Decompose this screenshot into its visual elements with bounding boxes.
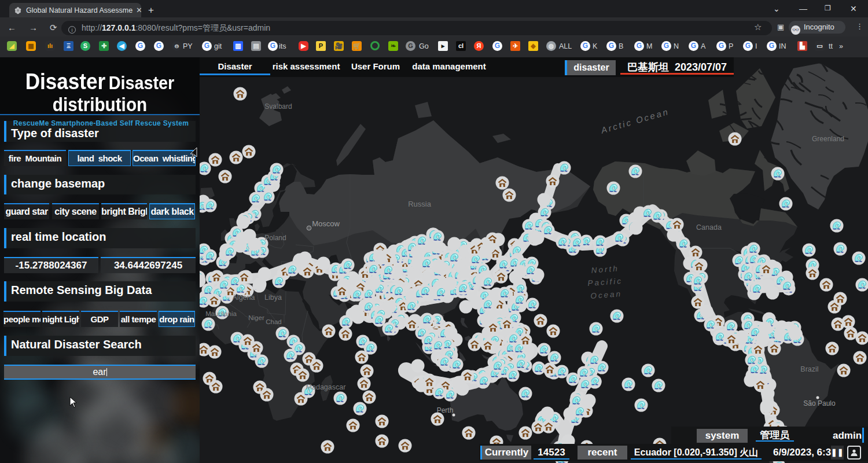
svg-text:Poland: Poland	[264, 234, 286, 242]
svg-text:Greenland: Greenland	[812, 135, 844, 143]
svg-text:Algeria: Algeria	[233, 293, 255, 302]
svg-text:Libya: Libya	[264, 293, 282, 302]
svg-text:São Paulo: São Paulo	[803, 399, 836, 407]
svg-text:Moscow: Moscow	[312, 219, 340, 228]
svg-text:Svalbard: Svalbard	[264, 102, 292, 111]
svg-text:Canada: Canada	[696, 223, 722, 232]
svg-text:Russia: Russia	[408, 200, 432, 208]
svg-text:Chad: Chad	[266, 318, 282, 325]
svg-text:Brazil: Brazil	[800, 365, 818, 373]
svg-text:Madagascar: Madagascar	[306, 383, 346, 391]
svg-text:Perth: Perth	[437, 406, 454, 414]
svg-text:Niger: Niger	[248, 314, 264, 321]
svg-text:Mauritania: Mauritania	[205, 310, 237, 317]
